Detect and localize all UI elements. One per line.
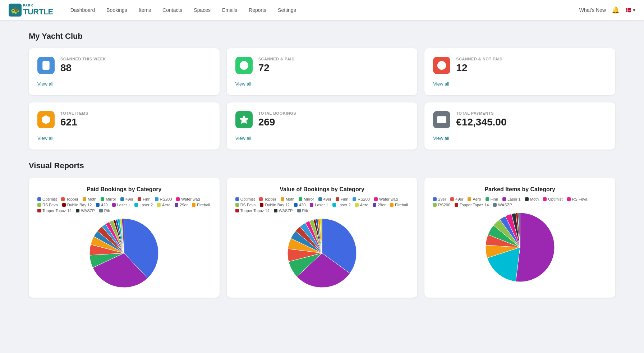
legend-item: Moth <box>525 197 539 201</box>
whats-new-link[interactable]: What's New <box>579 7 606 13</box>
legend-item: Rib <box>297 208 308 213</box>
legend-item: WASZP <box>76 208 95 213</box>
stat-card-top: TOTAL BOOKINGS 269 <box>235 111 409 128</box>
legend-item: Aero <box>355 203 368 207</box>
pie-chart <box>37 217 211 289</box>
legend-dot <box>155 197 158 201</box>
legend-item: RS Feva <box>37 203 58 207</box>
legend-label: Aero <box>473 197 481 201</box>
nav-items[interactable]: Items <box>134 5 155 15</box>
legend-dot <box>192 203 196 207</box>
legend-dot <box>433 203 437 207</box>
stat-card-total-payments: TOTAL PAYMENTS €12,345.00 View all <box>424 102 615 150</box>
legend-label: RS200 <box>358 197 370 201</box>
legend-dot <box>502 197 506 201</box>
legend-label: Topper Topaz 14 <box>42 208 72 213</box>
legend-label: WASZP <box>81 208 95 213</box>
legend-item: Fireball <box>390 203 408 207</box>
legend-item: Water wag <box>374 197 398 201</box>
legend-dot <box>120 197 124 201</box>
legend-label: Laser 1 <box>315 203 328 207</box>
legend-dot <box>433 197 437 201</box>
legend-label: Optimist <box>240 197 255 201</box>
stat-card-top: TOTAL ITEMS 621 <box>37 111 211 128</box>
nav-bookings[interactable]: Bookings <box>102 5 132 15</box>
stat-card-top: SCANNED THIS WEEK 88 <box>37 57 211 74</box>
legend-item: RS200 <box>433 203 450 207</box>
legend-label: Dublin Bay 12 <box>265 203 290 207</box>
chart-title: Parked Items by Category <box>433 186 607 193</box>
legend-item: 49er <box>120 197 133 201</box>
legend-dot <box>235 197 239 201</box>
stat-card-scanned-paid: SCANNED & PAID 72 View all <box>227 48 418 95</box>
stat-label: TOTAL BOOKINGS <box>258 111 409 115</box>
legend-item: Laser 1 <box>112 203 130 207</box>
stat-value: 88 <box>60 63 211 74</box>
legend-item: 49er <box>450 197 463 201</box>
nav-spaces[interactable]: Spaces <box>189 5 215 15</box>
stat-value: 12 <box>456 63 607 74</box>
legend-dot <box>310 203 313 207</box>
legend-dot <box>134 203 138 207</box>
legend-dot <box>37 197 41 201</box>
nav-reports[interactable]: Reports <box>244 5 271 15</box>
nav-dashboard[interactable]: Dashboard <box>66 5 100 15</box>
main-content: My Yacht Club SCANNED THIS WEEK 88 View … <box>0 20 644 309</box>
legend-dot <box>37 209 41 212</box>
legend-label: RS200 <box>438 203 450 207</box>
legend-label: Laser 1 <box>507 197 521 201</box>
legend-item: Moth <box>281 197 294 201</box>
legend-label: Finn <box>341 197 348 201</box>
chart-title: Paid Bookings by Category <box>37 186 211 193</box>
legend-label: Finn <box>143 197 150 201</box>
legend-dot <box>373 203 376 207</box>
legend-item: Topper <box>61 197 78 201</box>
flag-icon: 🇩🇰 <box>625 7 631 13</box>
legend-label: Moth <box>88 197 96 201</box>
nav-links: Dashboard Bookings Items Contacts Spaces… <box>66 5 579 15</box>
legend-label: 49er <box>455 197 463 201</box>
legend-dot <box>274 209 277 212</box>
legend-item: 29er <box>373 203 386 207</box>
navbar: 🐢 PARK TURTLE Dashboard Bookings Items C… <box>0 0 644 20</box>
legend-label: Rib <box>302 208 308 213</box>
stat-info: TOTAL BOOKINGS 269 <box>258 111 409 128</box>
stats-grid: SCANNED THIS WEEK 88 View all SCANNED & … <box>29 48 615 150</box>
stat-info: SCANNED & NOT PAID 12 <box>456 57 607 74</box>
legend-label: WASZP <box>498 203 512 207</box>
view-all-link[interactable]: View all <box>235 136 409 141</box>
legend-dot <box>374 197 378 201</box>
legend-dot <box>99 209 103 212</box>
view-all-link[interactable]: View all <box>37 81 211 87</box>
language-selector[interactable]: 🇩🇰 ▾ <box>625 7 635 13</box>
view-all-link[interactable]: View all <box>433 136 607 141</box>
view-all-link[interactable]: View all <box>433 81 607 87</box>
stat-label: SCANNED & NOT PAID <box>456 57 607 61</box>
nav-right: What's New 🔔 🇩🇰 ▾ <box>579 6 635 14</box>
legend-dot <box>281 197 284 201</box>
nav-contacts[interactable]: Contacts <box>158 5 187 15</box>
notification-bell-icon[interactable]: 🔔 <box>612 6 620 14</box>
legend-dot <box>157 203 161 207</box>
view-all-link[interactable]: View all <box>37 136 211 141</box>
legend-dot <box>353 197 356 201</box>
charts-grid: Paid Bookings by Category Optimist Toppe… <box>29 178 615 298</box>
legend-dot <box>297 209 301 212</box>
legend-dot <box>235 203 239 207</box>
nav-settings[interactable]: Settings <box>273 5 300 15</box>
legend-label: 29er <box>180 203 188 207</box>
legend-label: RS Feva <box>240 203 256 207</box>
legend-item: Rib <box>99 208 110 213</box>
legend-item: Topper Topaz 14 <box>235 208 270 213</box>
legend-label: 420 <box>299 203 305 207</box>
stat-card-total-items: TOTAL ITEMS 621 View all <box>29 102 220 150</box>
legend-item: 29er <box>175 203 188 207</box>
legend-label: Topper <box>66 197 78 201</box>
legend-label: 49er <box>125 197 133 201</box>
legend-label: Topper Topaz 14 <box>460 203 489 207</box>
legend-label: Water wag <box>379 197 398 201</box>
legend-label: WASZP <box>279 208 293 213</box>
nav-emails[interactable]: Emails <box>218 5 242 15</box>
view-all-link[interactable]: View all <box>235 81 409 87</box>
stat-value: €12,345.00 <box>456 117 607 128</box>
